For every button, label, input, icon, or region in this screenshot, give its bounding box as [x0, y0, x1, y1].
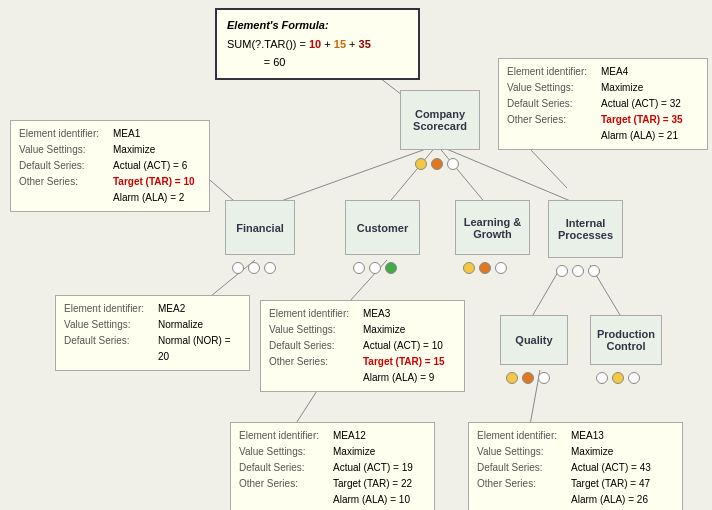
label: Value Settings: — [477, 444, 567, 460]
svg-line-2 — [437, 145, 487, 205]
label — [507, 128, 597, 144]
label: Default Series: — [64, 333, 154, 365]
label: Default Series: — [269, 338, 359, 354]
label: Default Series: — [19, 158, 109, 174]
mea3-ds: Actual (ACT) = 10 — [363, 338, 443, 354]
label: Element identifier: — [507, 64, 597, 80]
dot — [572, 265, 584, 277]
mea2-tooltip: Element identifier: MEA2 Value Settings:… — [55, 295, 250, 371]
label: Value Settings: — [507, 80, 597, 96]
label: Default Series: — [239, 460, 329, 476]
dot — [431, 158, 443, 170]
quality-node[interactable]: Quality — [500, 315, 568, 365]
dot — [596, 372, 608, 384]
mea13-ds: Actual (ACT) = 43 — [571, 460, 651, 476]
label: Default Series: — [507, 96, 597, 112]
label: Element identifier: — [64, 301, 154, 317]
dot — [385, 262, 397, 274]
label: Element identifier: — [477, 428, 567, 444]
mea3-vs: Maximize — [363, 322, 405, 338]
dot — [522, 372, 534, 384]
label: Value Settings: — [239, 444, 329, 460]
production-node[interactable]: ProductionControl — [590, 315, 662, 365]
dot — [232, 262, 244, 274]
learning-node[interactable]: Learning &Growth — [455, 200, 530, 255]
quality-dots — [506, 372, 550, 384]
dot — [264, 262, 276, 274]
company-scorecard-node[interactable]: CompanyScorecard — [400, 90, 480, 150]
mea3-os2: Alarm (ALA) = 9 — [363, 370, 434, 386]
dot — [612, 372, 624, 384]
mea12-ds: Actual (ACT) = 19 — [333, 460, 413, 476]
internal-node[interactable]: InternalProcesses — [548, 200, 623, 258]
label: Default Series: — [477, 460, 567, 476]
dot — [506, 372, 518, 384]
financial-dots — [232, 262, 276, 274]
label: Element identifier: — [19, 126, 109, 142]
mea2-vs: Normalize — [158, 317, 203, 333]
label — [269, 370, 359, 386]
financial-node[interactable]: Financial — [225, 200, 295, 255]
mea1-ds: Actual (ACT) = 6 — [113, 158, 187, 174]
mea13-vs: Maximize — [571, 444, 613, 460]
label: Other Series: — [19, 174, 109, 190]
customer-dots — [353, 262, 397, 274]
dot — [463, 262, 475, 274]
dot — [447, 158, 459, 170]
dot — [248, 262, 260, 274]
formula-box: Element's Formula: SUM(?.TAR()) = 10 + 1… — [215, 8, 420, 80]
mea12-tooltip: Element identifier: MEA12 Value Settings… — [230, 422, 435, 510]
mea13-os2: Alarm (ALA) = 26 — [571, 492, 648, 508]
mea4-os2: Alarm (ALA) = 21 — [601, 128, 678, 144]
mea12-os2: Alarm (ALA) = 10 — [333, 492, 410, 508]
dot — [495, 262, 507, 274]
formula-title: Element's Formula: — [227, 16, 408, 35]
mea4-tooltip: Element identifier: MEA4 Value Settings:… — [498, 58, 708, 150]
mea2-id: MEA2 — [158, 301, 185, 317]
mea12-id: MEA12 — [333, 428, 366, 444]
label: Value Settings: — [19, 142, 109, 158]
label — [239, 492, 329, 508]
dot — [556, 265, 568, 277]
mea3-os1: Target (TAR) = 15 — [363, 354, 445, 370]
production-dots — [596, 372, 640, 384]
mea1-os2: Alarm (ALA) = 2 — [113, 190, 184, 206]
label: Element identifier: — [239, 428, 329, 444]
customer-node[interactable]: Customer — [345, 200, 420, 255]
mea4-os1: Target (TAR) = 35 — [601, 112, 683, 128]
company-dots — [415, 158, 459, 170]
label: Other Series: — [477, 476, 567, 492]
learning-dots — [463, 262, 507, 274]
label: Value Settings: — [269, 322, 359, 338]
mea4-ds: Actual (ACT) = 32 — [601, 96, 681, 112]
label: Value Settings: — [64, 317, 154, 333]
label: Other Series: — [507, 112, 597, 128]
dot — [415, 158, 427, 170]
mea13-id: MEA13 — [571, 428, 604, 444]
label — [19, 190, 109, 206]
label: Element identifier: — [269, 306, 359, 322]
mea3-id: MEA3 — [363, 306, 390, 322]
mea3-tooltip: Element identifier: MEA3 Value Settings:… — [260, 300, 465, 392]
mea1-tooltip: Element identifier: MEA1 Value Settings:… — [10, 120, 210, 212]
dot — [353, 262, 365, 274]
mea13-os1: Target (TAR) = 47 — [571, 476, 650, 492]
dot — [369, 262, 381, 274]
mea12-vs: Maximize — [333, 444, 375, 460]
label — [477, 492, 567, 508]
label: Other Series: — [239, 476, 329, 492]
dot — [588, 265, 600, 277]
dot — [628, 372, 640, 384]
mea1-id: MEA1 — [113, 126, 140, 142]
dot — [479, 262, 491, 274]
mea4-vs: Maximize — [601, 80, 643, 96]
mea12-os1: Target (TAR) = 22 — [333, 476, 412, 492]
label: Other Series: — [269, 354, 359, 370]
internal-dots — [556, 265, 600, 277]
svg-line-3 — [437, 145, 580, 205]
dot — [538, 372, 550, 384]
mea2-ds: Normal (NOR) = 20 — [158, 333, 241, 365]
svg-line-1 — [387, 145, 437, 205]
mea13-tooltip: Element identifier: MEA13 Value Settings… — [468, 422, 683, 510]
mea1-os1: Target (TAR) = 10 — [113, 174, 195, 190]
